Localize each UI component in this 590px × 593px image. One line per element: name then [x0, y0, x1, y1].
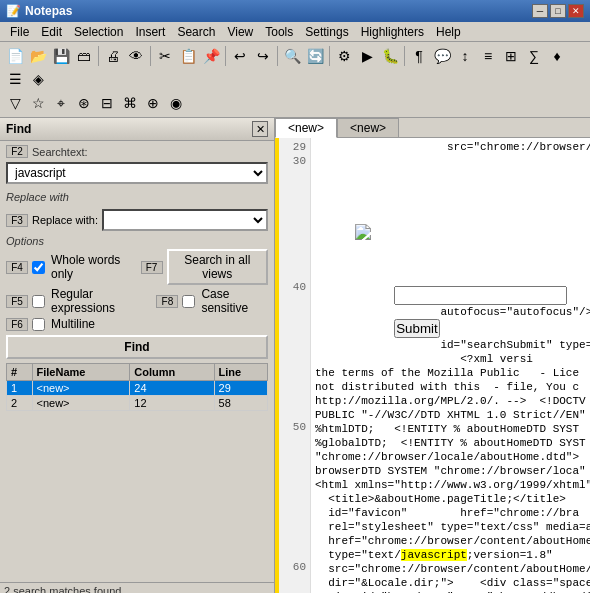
code-tab-2[interactable]: <new>	[337, 118, 399, 137]
search-text-label: Searchtext:	[32, 146, 117, 158]
code-area[interactable]: 2930405060 src="chrome://browser/content…	[275, 138, 590, 593]
new-button[interactable]: 📄	[4, 45, 26, 67]
table-row[interactable]: 2<new>1258	[7, 396, 268, 411]
menu-edit[interactable]: Edit	[35, 24, 68, 40]
search-input-row: javascript	[6, 162, 268, 184]
extra7-button[interactable]: ⊛	[73, 92, 95, 114]
star-button[interactable]: ☆	[27, 92, 49, 114]
whole-words-checkbox[interactable]	[32, 261, 45, 274]
menu-tools[interactable]: Tools	[259, 24, 299, 40]
format-button[interactable]: ¶	[408, 45, 430, 67]
case-label: Case sensitive	[201, 287, 268, 315]
code-scroll-area[interactable]: 2930405060 src="chrome://browser/content…	[279, 138, 590, 593]
open-button[interactable]: 📂	[27, 45, 49, 67]
maximize-button[interactable]: □	[550, 4, 566, 18]
find-panel: Find ✕ F2 Searchtext: javascript Replace…	[0, 118, 275, 593]
sort-button[interactable]: ↕	[454, 45, 476, 67]
extra3-button[interactable]: ∑	[523, 45, 545, 67]
multiline-key: F6	[6, 318, 28, 331]
line-number: 60	[283, 560, 306, 574]
whole-words-label: Whole words only	[51, 253, 129, 281]
comment-button[interactable]: 💬	[431, 45, 453, 67]
search-input[interactable]: javascript	[6, 162, 268, 184]
app-title: 📝 Notepas	[6, 4, 72, 18]
save-button[interactable]: 💾	[50, 45, 72, 67]
toolbar-sep-1	[98, 46, 99, 66]
replace-input[interactable]	[102, 209, 268, 231]
code-line: autofocus="autofocus"/> id="searchSubmit…	[315, 272, 590, 593]
paste-button[interactable]: 📌	[200, 45, 222, 67]
line-number	[283, 196, 306, 210]
menubar: File Edit Selection Insert Search View T…	[0, 22, 590, 42]
code-line: autofocus="autofocus"/> id="searchSubmit…	[315, 196, 590, 593]
extra8-button[interactable]: ⊟	[96, 92, 118, 114]
cut-button[interactable]: ✂	[154, 45, 176, 67]
code-line: autofocus="autofocus"/> id="searchSubmit…	[315, 286, 590, 593]
find-button-main[interactable]: Find	[6, 335, 268, 359]
code-line: <title>&aboutHome.pageTitle;</title>	[315, 492, 590, 506]
toolbar-sep-6	[404, 46, 405, 66]
line-number	[283, 210, 306, 224]
menu-help[interactable]: Help	[430, 24, 467, 40]
code-line	[315, 154, 590, 168]
menu-settings[interactable]: Settings	[299, 24, 354, 40]
extra2-button[interactable]: ⊞	[500, 45, 522, 67]
extra11-button[interactable]: ◉	[165, 92, 187, 114]
filter-button[interactable]: ▽	[4, 92, 26, 114]
menu-selection[interactable]: Selection	[68, 24, 129, 40]
find-panel-title: Find	[6, 122, 31, 136]
minimize-button[interactable]: ─	[532, 4, 548, 18]
run-button[interactable]: ▶	[356, 45, 378, 67]
replace-button[interactable]: 🔄	[304, 45, 326, 67]
options-row-2: F5 Regular expressions F8 Case sensitive	[6, 287, 268, 315]
extra4-button[interactable]: ♦	[546, 45, 568, 67]
settings-button[interactable]: ⚙	[333, 45, 355, 67]
regex-checkbox[interactable]	[32, 295, 45, 308]
replace-section-label: Replace with	[6, 191, 69, 203]
multiline-checkbox[interactable]	[32, 318, 45, 331]
replace-label-row: Replace with	[6, 188, 268, 205]
close-button[interactable]: ✕	[568, 4, 584, 18]
menu-highlighters[interactable]: Highlighters	[355, 24, 430, 40]
line-number	[283, 336, 306, 350]
table-row[interactable]: 1<new>2429	[7, 381, 268, 396]
extra6-button[interactable]: ◈	[27, 68, 49, 90]
line-number	[283, 378, 306, 392]
code-content[interactable]: src="chrome://browser/content/javascript…	[311, 138, 590, 593]
copy-button[interactable]: 📋	[177, 45, 199, 67]
line-number	[283, 266, 306, 280]
nav-button[interactable]: ⌖	[50, 92, 72, 114]
code-line: id="searchSubmit" type= <?xml versithe t…	[315, 319, 590, 593]
code-line: PUBLIC "-//W3C//DTD XHTML 1.0 Strict//EN…	[315, 408, 590, 422]
toolbar-sep-3	[225, 46, 226, 66]
line-number	[283, 224, 306, 238]
find-button[interactable]: 🔍	[281, 45, 303, 67]
menu-file[interactable]: File	[4, 24, 35, 40]
extra5-button[interactable]: ☰	[4, 68, 26, 90]
menu-insert[interactable]: Insert	[129, 24, 171, 40]
extra10-button[interactable]: ⊕	[142, 92, 164, 114]
find-panel-close-button[interactable]: ✕	[252, 121, 268, 137]
undo-button[interactable]: ↩	[229, 45, 251, 67]
extra1-button[interactable]: ≡	[477, 45, 499, 67]
code-line: autofocus="autofocus"/> id="searchSubmit…	[315, 258, 590, 593]
search-key-badge: F2	[6, 145, 28, 158]
save-all-button[interactable]: 🗃	[73, 45, 95, 67]
multiline-label: Multiline	[51, 317, 95, 331]
case-checkbox[interactable]	[182, 295, 195, 308]
line-number	[283, 448, 306, 462]
line-number	[283, 392, 306, 406]
print-preview-button[interactable]: 👁	[125, 45, 147, 67]
code-tab-1[interactable]: <new>	[275, 118, 337, 138]
line-number	[283, 294, 306, 308]
redo-button[interactable]: ↪	[252, 45, 274, 67]
find-panel-header: Find ✕	[0, 118, 274, 141]
extra9-button[interactable]: ⌘	[119, 92, 141, 114]
print-button[interactable]: 🖨	[102, 45, 124, 67]
search-all-button[interactable]: Search in all views	[167, 249, 268, 285]
col-num: #	[7, 364, 33, 381]
debug-button[interactable]: 🐛	[379, 45, 401, 67]
menu-view[interactable]: View	[221, 24, 259, 40]
code-line: rel="stylesheet" type="text/css" media=a	[315, 520, 590, 534]
menu-search[interactable]: Search	[171, 24, 221, 40]
